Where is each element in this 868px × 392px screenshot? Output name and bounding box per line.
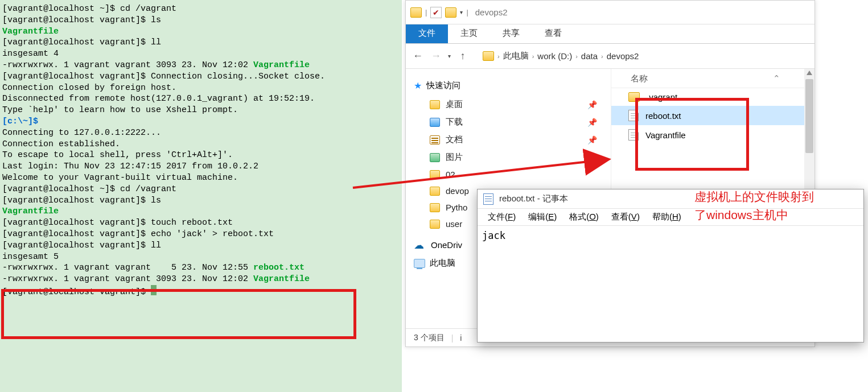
folder-icon (430, 135, 440, 145)
sidebar-item-label: 下载 (446, 117, 463, 127)
terminal-line: Last login: Thu Nov 23 12:47:15 2017 fro… (2, 161, 400, 172)
breadcrumb-segment[interactable]: 此电脑 (503, 51, 529, 61)
tab-view[interactable]: 查看 (532, 24, 574, 43)
tab-file[interactable]: 文件 (406, 24, 448, 43)
terminal-line: [vagrant@localhost ~]$ cd /vagrant (2, 184, 400, 195)
breadcrumb-segment[interactable]: work (D:) (537, 51, 572, 61)
back-button[interactable]: ← (412, 50, 424, 63)
pc-icon (414, 259, 425, 268)
notepad-window: reboot.txt - 记事本 文件(F)编辑(E)格式(O)查看(V)帮助(… (477, 189, 864, 343)
file-icon (628, 110, 639, 121)
folder-icon (483, 51, 494, 61)
terminal-line: [vagrant@localhost vagrant]$ ll (2, 37, 400, 48)
terminal-line: [vagrant@localhost vagrant]$ echo 'jack'… (2, 229, 400, 240)
sidebar-item[interactable]: 文档📌 (430, 131, 603, 148)
sidebar-item[interactable]: 下载📌 (430, 113, 603, 131)
sort-indicator-icon: ⌃ (773, 73, 780, 84)
terminal-line: [vagrant@localhost vagrant]$ ll (2, 240, 400, 251)
column-name[interactable]: 名称 (631, 73, 648, 84)
qat-checkbox-icon[interactable]: ✔ (430, 7, 442, 18)
sidebar-item[interactable]: 02 (430, 166, 603, 183)
sidebar-item-label: Pytho (446, 203, 467, 212)
file-name: .vagrant (647, 92, 677, 102)
folder-icon (410, 7, 422, 18)
sidebar-label: 快速访问 (426, 80, 460, 91)
terminal-line: [vagrant@localhost ~]$ cd /vagrant (2, 3, 400, 15)
terminal-line: Connecting to 127.0.0.1:2222... (2, 127, 400, 139)
terminal-line: Connection closed by foreign host. (2, 82, 400, 94)
menu-item[interactable]: 文件(F) (482, 211, 521, 224)
scrollbar-thumb[interactable] (805, 79, 813, 153)
chevron-down-icon[interactable]: ▾ (460, 9, 463, 15)
notepad-title: reboot.txt - 记事本 (499, 193, 568, 204)
file-row[interactable]: Vagrantfile (611, 125, 814, 145)
file-row[interactable]: .vagrant (611, 88, 814, 106)
folder-icon (430, 100, 440, 109)
separator-icon: | (466, 8, 468, 16)
breadcrumb-segment[interactable]: data (581, 51, 598, 61)
chevron-right-icon: › (532, 53, 534, 60)
item-count: 3 个项目 (414, 333, 445, 343)
terminal-line: Vagrantfile (2, 206, 400, 217)
cursor (151, 285, 157, 295)
sidebar-item-label: devop (446, 186, 469, 196)
notepad-icon (483, 193, 493, 205)
menu-item[interactable]: 帮助(H) (647, 211, 687, 224)
file-name: Vagrantfile (645, 130, 686, 140)
sidebar-item-label: 02 (446, 170, 455, 179)
tab-share[interactable]: 共享 (490, 24, 532, 43)
terminal-line: [vagrant@localhost vagrant]$ touch reboo… (2, 217, 400, 229)
menu-item[interactable]: 查看(V) (606, 211, 645, 224)
sidebar-item-label: 文档 (446, 134, 463, 145)
terminal-line: [c:\~]$ (2, 116, 400, 127)
folder-icon (430, 220, 440, 229)
forward-button[interactable]: → (430, 50, 442, 63)
breadcrumb[interactable]: › 此电脑 › work (D:) › data › devops2 (483, 51, 639, 61)
menu-item[interactable]: 编辑(E) (523, 211, 562, 224)
terminal-line: Disconnected from remote host(127.0.0.1_… (2, 93, 400, 105)
file-icon (628, 129, 639, 141)
chevron-right-icon: › (497, 53, 500, 60)
chevron-right-icon: › (601, 53, 603, 60)
terminal-line: -rwxrwxrwx. 1 vagrant vagrant 5 23. Nov … (2, 262, 400, 274)
chevron-right-icon: › (575, 53, 578, 60)
cloud-icon: ☁ (414, 241, 426, 250)
tab-home[interactable]: 主页 (448, 24, 490, 43)
column-header[interactable]: 名称 ⌃ (611, 72, 814, 88)
sidebar-item-label: 图片 (446, 152, 463, 163)
menu-item[interactable]: 格式(O) (563, 211, 604, 224)
notepad-content[interactable]: jack (478, 226, 863, 246)
sidebar-quick-access[interactable]: ★ 快速访问 (414, 80, 603, 91)
terminal-line: Welcome to your Vagrant-built virtual ma… (2, 172, 400, 184)
history-dropdown-icon[interactable]: ▾ (448, 53, 451, 59)
ribbon-tabs: 文件 主页 共享 查看 (406, 24, 814, 44)
sidebar-label: 此电脑 (430, 258, 455, 269)
terminal-line: Type `help' to learn how to use Xshell p… (2, 105, 400, 116)
sidebar-item[interactable]: 桌面📌 (430, 96, 603, 113)
folder-icon (445, 7, 456, 18)
notepad-menu: 文件(F)编辑(E)格式(O)查看(V)帮助(H) (478, 209, 863, 226)
file-row[interactable]: reboot.txt (611, 106, 814, 125)
terminal-line: Vagrantfile (2, 26, 400, 38)
terminal-panel[interactable]: [vagrant@localhost ~]$ cd /vagrant[vagra… (0, 0, 402, 392)
terminal-line: Connection established. (2, 139, 400, 150)
up-button[interactable]: ↑ (456, 50, 469, 63)
pin-icon: 📌 (587, 118, 597, 127)
separator-icon: | (451, 333, 454, 343)
sidebar-item[interactable]: 图片📌 (430, 148, 603, 166)
folder-icon (430, 153, 440, 162)
sidebar-label: OneDriv (431, 240, 462, 250)
star-icon: ★ (414, 80, 422, 91)
status-extra: i (460, 333, 462, 343)
notepad-title-bar: reboot.txt - 记事本 (478, 189, 863, 209)
pin-icon: 📌 (587, 100, 597, 109)
terminal-line: -rwxrwxrwx. 1 vagrant vagrant 3093 23. N… (2, 274, 400, 285)
folder-icon (430, 203, 440, 212)
terminal-line: insgesamt 5 (2, 251, 400, 263)
terminal-line: insgesamt 4 (2, 48, 400, 60)
window-title: devops2 (475, 7, 508, 17)
folder-icon (628, 92, 640, 102)
terminal-line: [vagrant@localhost vagrant]$ (2, 285, 400, 298)
sidebar-item-label: 桌面 (446, 99, 463, 110)
breadcrumb-segment[interactable]: devops2 (607, 51, 639, 61)
